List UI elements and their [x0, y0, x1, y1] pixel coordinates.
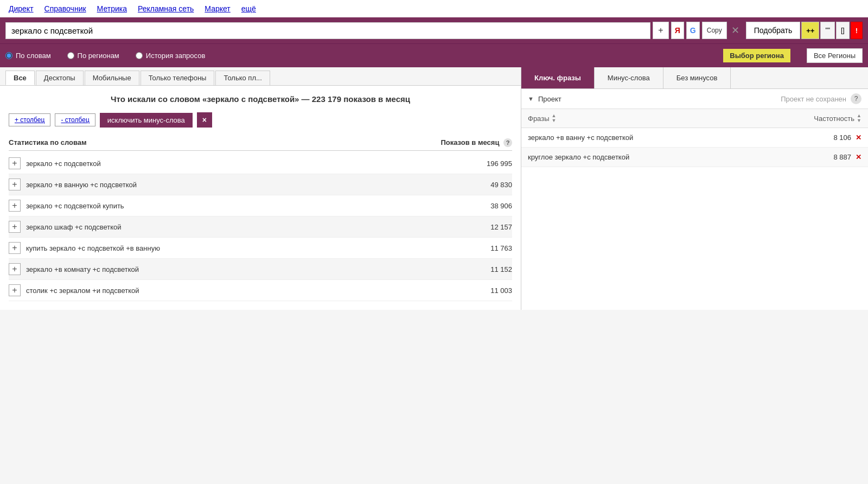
stats-row: + зеркало +в комнату +с подсветкой 11 15… [9, 259, 512, 280]
radio-by-regions[interactable]: По регионам [67, 52, 119, 60]
top-navigation: Директ Справочник Метрика Рекламная сеть… [0, 0, 868, 17]
phrase-sort-icon[interactable]: ▲▼ [552, 113, 557, 123]
main-wrapper: + Я G Copy ✕ Подобрать ++ "" [] ! По сло… [0, 17, 868, 310]
tab-mobile[interactable]: Мобильные [85, 71, 139, 85]
stats-count: 49 830 [469, 181, 512, 189]
stats-rows-container: + зеркало +с подсветкой 196 995 + зеркал… [9, 153, 512, 301]
col-phrases-header: Фразы ▲▼ [528, 113, 786, 123]
right-panel: Ключ. фразы Минус-слова Без минусов ▼ Пр… [521, 67, 868, 310]
stats-count: 11 152 [469, 265, 512, 273]
bracket-button[interactable]: [] [836, 22, 850, 39]
stats-title: Что искали со словом «зеркало с подсветк… [9, 94, 512, 104]
region-select-button[interactable]: Выбор региона [723, 49, 790, 62]
copy-button[interactable]: Copy [702, 22, 727, 39]
tabs-row: Все Десктопы Мобильные Только телефоны Т… [0, 67, 521, 86]
add-phrase-button[interactable]: + [9, 242, 21, 254]
stats-row: + купить зеркало +с подсветкой +в ванную… [9, 238, 512, 259]
nav-esche[interactable]: ещё [241, 4, 256, 13]
phrase-frequency: 8 887 [808, 153, 851, 161]
col-words-header: Статистика по словам [9, 138, 87, 147]
remove-column-button[interactable]: - столбец [55, 113, 95, 126]
phrase-text: зеркало +в ванну +с подсветкой [528, 133, 808, 142]
add-phrase-button[interactable]: + [9, 221, 21, 233]
stats-table-header: Статистика по словам Показов в месяц ? [9, 135, 512, 151]
stats-phrase-text: купить зеркало +с подсветкой +в ванную [26, 244, 469, 252]
right-toolbar: Подобрать ++ "" [] ! [746, 22, 863, 39]
clear-button[interactable]: ✕ [729, 24, 742, 36]
all-regions-button[interactable]: Все Регионы [807, 48, 863, 63]
stats-phrase-text: зеркало +в ванную +с подсветкой [26, 181, 469, 189]
radio-history[interactable]: История запросов [136, 52, 206, 60]
stats-row: + зеркало +с подсветкой купить 38 906 [9, 195, 512, 216]
quote-button[interactable]: "" [820, 22, 835, 39]
add-phrase-button[interactable]: + [9, 284, 21, 296]
search-input[interactable] [5, 22, 650, 39]
tab-desktops[interactable]: Десктопы [36, 71, 84, 85]
radio-history-label: История запросов [146, 52, 206, 60]
left-panel: Все Десктопы Мобильные Только телефоны Т… [0, 67, 521, 310]
phrase-row: круглое зеркало +с подсветкой 8 887 ✕ [521, 148, 868, 167]
stats-actions: + столбец - столбец исключить минус-слов… [9, 112, 512, 128]
stats-phrase-text: зеркало +с подсветкой [26, 160, 469, 168]
yandex-logo-icon: Я [675, 26, 680, 35]
project-row: ▼ Проект Проект не сохранен ? [521, 89, 868, 109]
tab-minus-words[interactable]: Минус-слова [595, 67, 663, 88]
project-status: Проект не сохранен [781, 95, 846, 103]
nav-market[interactable]: Маркет [205, 4, 230, 13]
podobrat-button[interactable]: Подобрать [746, 22, 801, 39]
stats-row: + зеркало +с подсветкой 196 995 [9, 153, 512, 174]
add-phrase-button[interactable]: + [9, 263, 21, 275]
nav-reklamnaya-set[interactable]: Рекламная сеть [138, 4, 194, 13]
excl-button[interactable]: ! [851, 22, 863, 39]
radio-by-words[interactable]: По словам [5, 52, 51, 60]
stats-phrase-text: зеркало +с подсветкой купить [26, 202, 469, 210]
add-phrase-button[interactable]: + [9, 157, 21, 169]
exclude-minus-words-button[interactable]: исключить минус-слова [100, 113, 193, 128]
radio-words-label: По словам [16, 52, 51, 60]
stats-count: 38 906 [469, 202, 512, 210]
google-search-button[interactable]: G [686, 22, 700, 39]
stats-count: 196 995 [469, 160, 512, 168]
dropdown-header: Ключ. фразы Минус-слова Без минусов [521, 67, 868, 89]
add-phrase-button[interactable]: + [9, 200, 21, 212]
add-column-button[interactable]: + столбец [9, 113, 50, 126]
phrase-rows-container: зеркало +в ванну +с подсветкой 8 106 ✕ к… [521, 128, 868, 167]
add-phrase-button[interactable]: + [9, 179, 21, 190]
stats-count: 11 003 [469, 286, 512, 295]
remove-phrase-button[interactable]: ✕ [856, 133, 861, 142]
nav-direkt[interactable]: Директ [9, 4, 34, 13]
search-bar: + Я G Copy ✕ Подобрать ++ "" [] ! [0, 17, 868, 43]
pp-button[interactable]: ++ [801, 22, 819, 39]
stats-count: 12 157 [469, 223, 512, 231]
stats-phrase-text: столик +с зеркалом +и подсветкой [26, 286, 469, 295]
nav-metrika[interactable]: Метрика [97, 4, 127, 13]
close-exclude-button[interactable]: × [197, 112, 212, 128]
add-button[interactable]: + [653, 22, 669, 39]
phrase-row: зеркало +в ванну +с подсветкой 8 106 ✕ [521, 128, 868, 148]
stats-row: + столик +с зеркалом +и подсветкой 11 00… [9, 280, 512, 301]
stats-row: + зеркало +в ванную +с подсветкой 49 830 [9, 174, 512, 195]
project-arrow-icon: ▼ [528, 95, 534, 102]
content-area: Все Десктопы Мобильные Только телефоны Т… [0, 67, 868, 310]
freq-sort-icon[interactable]: ▲▼ [857, 113, 861, 123]
project-help-icon[interactable]: ? [851, 93, 861, 104]
stats-phrase-text: зеркало +в комнату +с подсветкой [26, 265, 469, 273]
col-frequency-header: Частотность ▲▼ [786, 113, 861, 123]
col-shows-header: Показов в месяц ? [441, 138, 512, 147]
stats-row: + зеркало шкаф +с подсветкой 12 157 [9, 216, 512, 238]
radio-regions-label: По регионам [78, 52, 119, 60]
nav-spravochnik[interactable]: Справочник [44, 4, 86, 13]
remove-phrase-button[interactable]: ✕ [856, 153, 861, 161]
tab-key-phrases[interactable]: Ключ. фразы [521, 67, 595, 88]
google-logo-icon: G [690, 26, 696, 35]
phrase-text: круглое зеркало +с подсветкой [528, 153, 808, 161]
tab-phones-only[interactable]: Только телефоны [141, 71, 215, 85]
help-icon[interactable]: ? [503, 138, 512, 147]
tab-no-minus[interactable]: Без минусов [663, 67, 731, 88]
tab-all[interactable]: Все [5, 71, 35, 85]
tab-other[interactable]: Только пл... [215, 71, 270, 85]
project-label: Проект [538, 95, 561, 103]
stats-phrase-text: зеркало шкаф +с подсветкой [26, 223, 469, 231]
yandex-search-button[interactable]: Я [671, 22, 684, 39]
stats-count: 11 763 [469, 244, 512, 252]
